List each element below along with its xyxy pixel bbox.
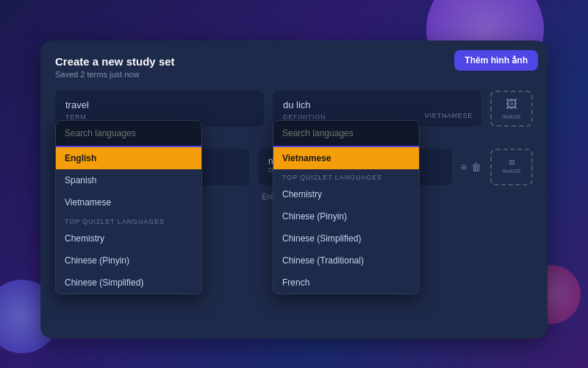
delete-icon[interactable]: 🗑 [471, 161, 481, 173]
search-language-right-input[interactable] [273, 121, 419, 147]
dropdown-right: 2 Vietnamese TOP QUIZLET LANGUAGES Chemi… [273, 120, 420, 294]
image-icon-row1: 🖼 [506, 98, 517, 111]
row-2-actions: ≡ 🗑 [461, 149, 481, 185]
row-1: TERM 1 English Spanish Vietnamese TOP QU… [55, 91, 533, 127]
dropdown-section-label-right: TOP QUIZLET LANGUAGES [273, 169, 419, 183]
dropdown-item-english[interactable]: English [56, 147, 201, 169]
def-lang: VIETNAMESE [425, 112, 473, 119]
search-language-left-input[interactable] [56, 121, 201, 147]
main-card: Create a new study set Saved 2 terms jus… [40, 40, 548, 339]
dropdown-section-label-left: TOP QUIZLET LANGUAGES [56, 213, 201, 227]
dropdown-item-chemistry-l[interactable]: Chemistry [56, 227, 201, 250]
reorder-icon[interactable]: ≡ [461, 161, 467, 173]
dropdown-item-vietnamese-r[interactable]: Vietnamese [273, 147, 419, 169]
dropdown-item-traditional-r[interactable]: Chinese (Traditional) [273, 250, 419, 272]
term-input[interactable] [65, 99, 254, 110]
dropdown-item-spanish[interactable]: Spanish [56, 169, 201, 191]
them-hinh-anh-button[interactable]: Thêm hình ảnh [454, 50, 538, 71]
image-label-row1: IMAGE [502, 113, 521, 120]
def-field-wrapper: DEFINITION VIETNAMESE 2 Vietnamese TOP Q… [273, 91, 481, 127]
image-label-row2: IMAGE [502, 168, 521, 174]
dropdown-item-vietnamese[interactable]: Vietnamese [56, 191, 201, 213]
term-field-wrapper: TERM 1 English Spanish Vietnamese TOP QU… [55, 91, 264, 127]
dropdown-left: 1 English Spanish Vietnamese TOP QUIZLET… [55, 120, 202, 294]
image-icon-row2: 🖼 [509, 160, 514, 166]
dropdown-item-pinyin-r[interactable]: Chinese (Pinyin) [273, 205, 419, 227]
dropdown-item-french-r[interactable]: French [273, 272, 419, 294]
dropdown-item-pinyin-l[interactable]: Chinese (Pinyin) [56, 250, 201, 272]
image-button-row1[interactable]: 🖼 IMAGE [490, 91, 533, 127]
def-input[interactable] [283, 99, 471, 110]
page-subtitle: Saved 2 terms just now [55, 70, 533, 79]
dropdown-item-simplified-r[interactable]: Chinese (Simplified) [273, 227, 419, 250]
dropdown-item-simplified-l[interactable]: Chinese (Simplified) [56, 272, 201, 294]
image-button-row2[interactable]: 🖼 IMAGE [490, 149, 533, 185]
dropdown-item-chemistry-r[interactable]: Chemistry [273, 183, 419, 205]
